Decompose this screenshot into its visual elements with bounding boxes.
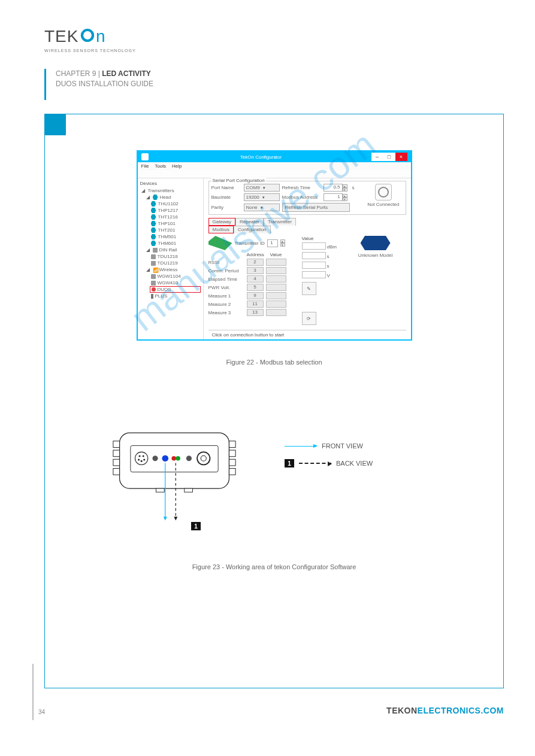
svg-point-2 — [82, 30, 93, 41]
tree-item[interactable]: THU1102 — [150, 201, 201, 207]
modbus-addr-label: Modbus Address — [282, 195, 321, 200]
unit-value-box — [302, 271, 326, 278]
row-label: Elapsed Time — [208, 277, 244, 282]
tree-item[interactable]: TDU1219 — [150, 260, 201, 266]
back-view-label: BACK VIEW — [336, 460, 373, 467]
refresh-time-input[interactable]: 0.5 — [324, 184, 343, 192]
svg-point-18 — [143, 455, 144, 457]
maximize-button[interactable]: □ — [383, 153, 395, 161]
port-name-label: Port Name — [211, 185, 241, 190]
logo: TEK n WIRELESS SENSORS TECHNOLOGY — [44, 29, 136, 53]
parity-select[interactable]: None — [244, 204, 280, 211]
tab-repeater[interactable]: Repeater — [235, 218, 264, 226]
menu-tools[interactable]: Tools — [155, 163, 166, 169]
tree-plus[interactable]: PLUS — [150, 293, 201, 299]
devices-panel: Devices ◢Transmitters ◢Head THU1102 THP1… — [138, 178, 204, 339]
tree-item[interactable]: THM501 — [150, 233, 201, 240]
tree-head[interactable]: ◢Head — [145, 194, 201, 201]
device-icon — [151, 208, 156, 213]
back-arrow-icon — [299, 463, 331, 464]
tree-duos-selected[interactable]: DUOS — [150, 286, 201, 293]
tree-transmitters[interactable]: ◢Transmitters — [140, 187, 201, 194]
device-icon — [151, 281, 156, 286]
refresh-time-label: Refresh Time — [282, 185, 321, 190]
connect-button[interactable] — [375, 184, 392, 201]
device-icon — [151, 234, 156, 239]
svg-point-20 — [143, 459, 145, 461]
svg-rect-6 — [185, 488, 193, 492]
marker-1-legend: 1 — [285, 459, 294, 467]
menu-file[interactable]: File — [141, 163, 149, 169]
svg-text:TEK: TEK — [44, 29, 78, 45]
refresh-serial-button[interactable]: Refresh Serial Ports — [282, 203, 350, 212]
row-unit: dBm — [327, 244, 337, 250]
svg-rect-14 — [229, 469, 235, 475]
svg-point-26 — [186, 456, 192, 461]
figure-23-caption: Figure 23 - Working area of tekon Config… — [45, 563, 503, 570]
unit-value-box — [302, 262, 326, 269]
tree-item[interactable]: WGW410 — [150, 280, 201, 286]
tree-item[interactable]: THP101 — [150, 220, 201, 227]
svg-rect-13 — [229, 459, 235, 466]
window-icon — [141, 153, 149, 160]
menu-help[interactable]: Help — [172, 163, 182, 169]
tab-gateway[interactable]: Gateway — [208, 218, 236, 226]
svg-point-23 — [162, 455, 168, 462]
chapter-line1: CHAPTER 9 — [56, 69, 96, 78]
svg-rect-10 — [113, 469, 120, 475]
svg-marker-32 — [174, 517, 177, 520]
svg-point-22 — [152, 456, 158, 461]
row-address: 9 — [247, 292, 264, 299]
svg-rect-5 — [156, 488, 165, 492]
row-label: RSSI — [208, 260, 244, 265]
port-name-select[interactable]: COM9 — [244, 184, 280, 192]
row-value — [266, 284, 286, 291]
status-bar: Click on connection button to start — [208, 330, 406, 339]
tree-item[interactable]: THT201 — [150, 227, 201, 233]
modbus-addr-input[interactable]: 1 — [324, 193, 343, 201]
device-icon — [151, 241, 156, 246]
configurator-window: TekOn Configurator – □ × File Tools Help… — [137, 150, 412, 341]
chapter-label: LED ACTIVITY — [102, 69, 151, 78]
action-icon-1[interactable]: ✎ — [302, 282, 316, 295]
close-button[interactable]: × — [395, 153, 407, 161]
svg-point-16 — [135, 452, 147, 464]
tree-item[interactable]: THT1216 — [150, 214, 201, 220]
row-label: Measure 1 — [208, 293, 244, 299]
footer-url-1: TEKON — [386, 706, 418, 715]
tab-configuration[interactable]: Configuration — [234, 226, 271, 233]
tree-item[interactable]: WGW1104 — [150, 273, 201, 280]
chapter-header: CHAPTER 9 | LED ACTIVITY DUOS INSTALLATI… — [44, 69, 153, 100]
tree-dinrail[interactable]: ◢DIN Rail — [145, 247, 201, 253]
doc-title: DUOS INSTALLATION GUIDE — [56, 79, 153, 89]
action-icon-2[interactable]: ⟳ — [302, 312, 316, 325]
tab-modbus[interactable]: Modbus — [208, 226, 234, 233]
marker-1-below: 1 — [191, 522, 201, 530]
tab-transmitter[interactable]: Transmitter — [264, 218, 296, 226]
row-address: 5 — [247, 284, 264, 291]
baudrate-select[interactable]: 19200 — [244, 193, 280, 201]
transmitter-id-spin[interactable]: ▴▾ — [280, 239, 285, 247]
minimize-button[interactable]: – — [371, 153, 383, 161]
serial-port-config: Port Name COM9 Refresh Time 0.5▴▾ s Baud… — [208, 181, 406, 215]
svg-point-17 — [139, 455, 141, 457]
wifi-icon: 📶 — [153, 268, 158, 272]
window-title: TekOn Configurator — [151, 154, 371, 160]
modbus-addr-spin[interactable]: ▴▾ — [343, 194, 347, 201]
row-label: Measure 3 — [208, 310, 244, 315]
svg-rect-9 — [113, 459, 120, 466]
svg-point-25 — [176, 456, 180, 461]
transmitter-id-input[interactable]: 1 — [267, 239, 278, 247]
tree-wireless[interactable]: ◢📶Wireless — [145, 266, 201, 273]
unknown-model-label: Unknown Model — [345, 253, 406, 258]
tree-item[interactable]: THM601 — [150, 240, 201, 247]
tree-item[interactable]: TDU1218 — [150, 253, 201, 260]
row-address: 13 — [247, 309, 264, 316]
refresh-time-spin[interactable]: ▴▾ — [343, 184, 347, 192]
tagline: WIRELESS SENSORS TECHNOLOGY — [44, 48, 136, 53]
row-value — [266, 259, 286, 266]
tree-item[interactable]: THP1217 — [150, 207, 201, 214]
row-value — [266, 300, 286, 308]
row-value — [266, 309, 286, 316]
device-icon — [151, 261, 156, 266]
